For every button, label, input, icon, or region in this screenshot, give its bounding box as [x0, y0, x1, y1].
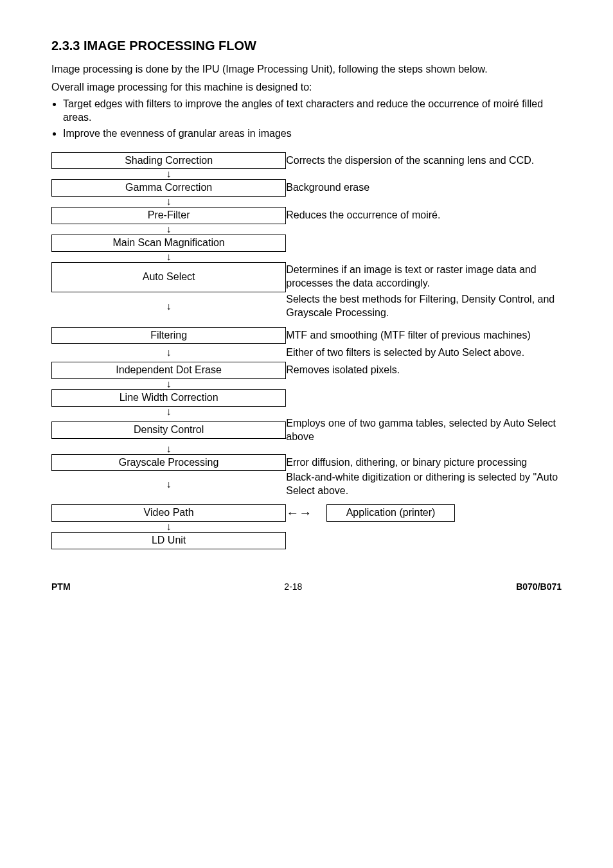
filtering-arrow-desc: Either of two filters is selected by Aut… [286, 344, 562, 362]
flow-table: Shading Correction Corrects the dispersi… [51, 152, 562, 549]
bidirectional-arrow-icon: ←→ [286, 504, 312, 521]
page-footer: PTM 2-18 B070/B071 [51, 581, 562, 592]
down-arrow-icon: ↓ [51, 224, 286, 235]
gamma-correction-desc: Background erase [286, 179, 562, 197]
intro-paragraph-2: Overall image processing for this machin… [51, 80, 562, 94]
pre-filter-desc: Reduces the occurrence of moiré. [286, 207, 562, 224]
filtering-box: Filtering [51, 327, 286, 344]
section-heading: 2.3.3 IMAGE PROCESSING FLOW [51, 39, 562, 53]
down-arrow-icon: ↓ [51, 379, 286, 389]
grayscale-processing-desc: Error diffusion, dithering, or binary pi… [286, 454, 562, 472]
down-arrow-icon: ↓ [51, 169, 286, 179]
gamma-correction-box: Gamma Correction [51, 179, 286, 197]
grayscale-arrow-desc: Black-and-white digitization or ditherin… [286, 471, 562, 498]
footer-right: B070/B071 [516, 581, 562, 592]
filtering-desc: MTF and smoothing (MTF filter of previou… [286, 327, 562, 344]
down-arrow-icon: ↓ [51, 471, 286, 498]
footer-left: PTM [51, 581, 71, 592]
independent-dot-erase-box: Independent Dot Erase [51, 362, 286, 379]
down-arrow-icon: ↓ [51, 522, 286, 532]
footer-center: 2-18 [284, 581, 302, 592]
down-arrow-icon: ↓ [51, 444, 286, 454]
auto-select-desc: Determines if an image is text or raster… [286, 262, 562, 292]
main-scan-mag-box: Main Scan Magnification [51, 235, 286, 252]
bullet-item: Improve the evenness of granular areas i… [63, 127, 562, 141]
down-arrow-icon: ↓ [51, 344, 286, 362]
line-width-correction-box: Line Width Correction [51, 389, 286, 407]
down-arrow-icon: ↓ [51, 197, 286, 207]
down-arrow-icon: ↓ [51, 292, 286, 321]
ld-unit-box: LD Unit [51, 532, 286, 549]
video-path-box: Video Path [51, 504, 286, 522]
intro-paragraph-1: Image processing is done by the IPU (Ima… [51, 62, 562, 76]
down-arrow-icon: ↓ [51, 407, 286, 417]
pre-filter-box: Pre-Filter [51, 207, 286, 224]
grayscale-processing-box: Grayscale Processing [51, 454, 286, 472]
density-control-desc: Employs one of two gamma tables, selecte… [286, 417, 562, 444]
auto-select-box: Auto Select [51, 262, 286, 292]
bullet-item: Target edges with filters to improve the… [63, 98, 562, 125]
shading-correction-desc: Corrects the dispersion of the scanning … [286, 152, 562, 170]
density-control-box: Density Control [51, 421, 286, 439]
down-arrow-icon: ↓ [51, 252, 286, 262]
auto-select-arrow-desc: Selects the best methods for Filtering, … [286, 292, 562, 321]
bullet-list: Target edges with filters to improve the… [51, 98, 562, 140]
shading-correction-box: Shading Correction [51, 152, 286, 170]
independent-dot-erase-desc: Removes isolated pixels. [286, 362, 562, 379]
application-printer-box: Application (printer) [326, 504, 456, 522]
